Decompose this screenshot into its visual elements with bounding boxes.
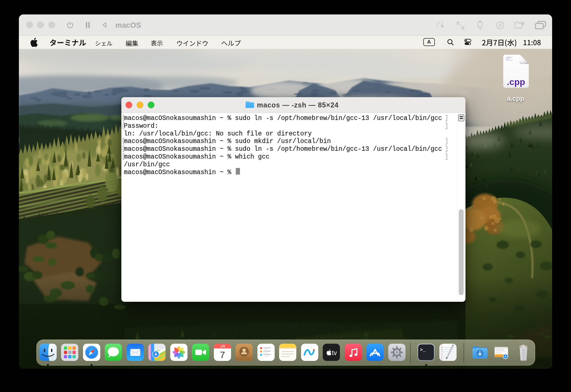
svg-text:7: 7 [220,350,225,360]
svg-text:>_: >_ [420,347,426,353]
svg-text:tv: tv [332,349,337,356]
svg-text:.cpp: .cpp [507,77,525,87]
